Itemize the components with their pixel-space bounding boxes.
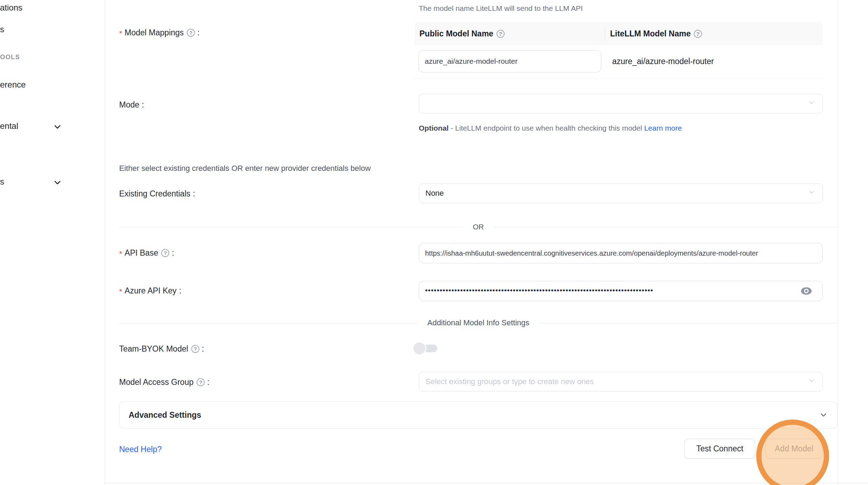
azure-api-key-label: * Azure API Key : — [119, 286, 181, 296]
sidebar-item[interactable]: s — [0, 25, 4, 34]
advanced-settings-panel[interactable]: Advanced Settings — [119, 401, 838, 429]
or-divider-text: OR — [463, 223, 494, 231]
panel-bottom-divider — [105, 483, 868, 483]
help-question-icon[interactable]: ? — [191, 345, 199, 353]
model-access-group-label: Model Access Group ? : — [119, 377, 210, 387]
help-question-icon[interactable]: ? — [197, 378, 205, 386]
chevron-down-icon — [819, 410, 828, 420]
mode-select[interactable] — [419, 94, 823, 113]
chevron-down-icon — [808, 377, 815, 387]
additional-settings-divider: Additional Model Info Settings — [119, 318, 838, 328]
sidebar-item-settings[interactable]: s — [0, 177, 4, 187]
chevron-down-icon — [808, 99, 815, 109]
masked-api-key-value: ••••••••••••••••••••••••••••••••••••••••… — [425, 286, 790, 295]
eye-icon[interactable] — [801, 287, 812, 295]
learn-more-link[interactable]: Learn more — [644, 124, 682, 132]
help-question-icon[interactable]: ? — [161, 249, 169, 257]
advanced-settings-title: Advanced Settings — [129, 410, 201, 420]
column-header-public-model-name: Public Model Name ? — [415, 29, 605, 39]
mode-label: Mode : — [119, 100, 144, 110]
table-row-divider — [415, 78, 823, 79]
sidebar-item-inference[interactable]: erence — [0, 80, 26, 90]
model-access-group-placeholder: Select existing groups or type to create… — [425, 377, 594, 386]
api-base-label: * API Base ? : — [119, 248, 174, 258]
mode-help-text: Optional - LiteLLM endpoint to use when … — [419, 120, 699, 136]
litellm-model-name-value: azure_ai/azure-model-router — [612, 57, 714, 66]
model-mappings-table: Public Model Name ? LiteLLM Model Name ? — [415, 22, 823, 46]
model-mappings-label: * Model Mappings ? : — [119, 28, 200, 37]
sidebar-item-organizations[interactable]: ations — [0, 3, 22, 13]
add-model-form-screen: ations s TOOLS erence ental s The model … — [0, 0, 868, 485]
model-mappings-table-header: Public Model Name ? LiteLLM Model Name ? — [415, 22, 823, 46]
public-model-name-input[interactable] — [418, 50, 601, 72]
sidebar-item-experimental[interactable]: ental — [0, 121, 18, 131]
help-question-icon[interactable]: ? — [187, 29, 195, 37]
add-model-button[interactable]: Add Model — [765, 439, 823, 459]
model-access-group-select[interactable]: Select existing groups or type to create… — [419, 372, 823, 392]
chevron-down-icon[interactable] — [53, 122, 62, 132]
additional-settings-divider-text: Additional Model Info Settings — [417, 318, 539, 327]
api-base-input[interactable] — [419, 243, 823, 263]
chevron-down-icon[interactable] — [53, 178, 62, 187]
existing-credentials-value: None — [425, 189, 444, 198]
existing-credentials-select[interactable]: None — [419, 183, 823, 203]
sidebar-section-tools: TOOLS — [0, 54, 20, 61]
required-asterisk: * — [119, 287, 122, 296]
model-name-hint: The model name LiteLLM will send to the … — [419, 4, 583, 13]
test-connect-button[interactable]: Test Connect — [684, 439, 755, 459]
toggle-knob — [414, 342, 425, 354]
azure-api-key-input[interactable]: ••••••••••••••••••••••••••••••••••••••••… — [419, 281, 823, 301]
panel-right-divider — [838, 0, 838, 485]
column-header-litellm-model-name: LiteLLM Model Name ? — [605, 29, 702, 39]
team-byok-toggle[interactable] — [414, 342, 437, 354]
help-question-icon[interactable]: ? — [497, 30, 505, 38]
chevron-down-icon — [808, 188, 815, 198]
sidebar-divider — [105, 0, 105, 485]
credentials-note: Either select existing credentials OR en… — [119, 164, 371, 173]
help-question-icon[interactable]: ? — [694, 30, 702, 38]
or-divider: OR — [119, 222, 838, 232]
existing-credentials-label: Existing Credentials : — [119, 189, 195, 199]
required-asterisk: * — [119, 249, 122, 258]
team-byok-label: Team-BYOK Model ? : — [119, 344, 204, 354]
required-asterisk: * — [119, 29, 122, 38]
need-help-link[interactable]: Need Help? — [119, 445, 162, 454]
